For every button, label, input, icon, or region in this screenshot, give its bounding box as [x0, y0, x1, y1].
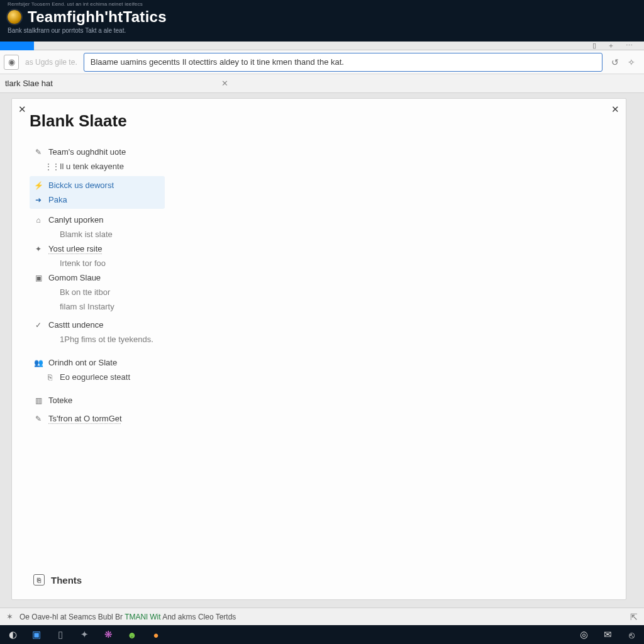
arrow-icon: ➜ — [33, 196, 43, 204]
nav-item-phg[interactable]: 1Phg fims ot tle tyekends. — [41, 332, 612, 347]
nav-item-tenk[interactable]: ⋮⋮ Il u tenk ekayente — [41, 159, 612, 174]
bookmark-icon[interactable]: ▯ — [592, 42, 596, 50]
url-bar-row: ◉ as Ugds gile te. ↺ ✧ — [0, 50, 644, 74]
copy-icon: ⎘ — [45, 373, 55, 382]
home-icon: ⌂ — [33, 216, 43, 225]
taskbar-tray3-icon[interactable]: ⎋ — [625, 628, 638, 641]
thents-section[interactable]: ⎘ Thents — [33, 574, 82, 586]
taskbar-globe-icon[interactable]: ◐ — [6, 628, 19, 641]
status-right-icon[interactable]: ⇱ — [630, 612, 638, 622]
taskbar-tray2-icon[interactable]: ✉ — [601, 628, 614, 641]
panel-close-left-icon[interactable]: ✕ — [18, 104, 26, 115]
nav-item-team-note[interactable]: ✎ Team's oughdhit uote — [30, 145, 612, 159]
nav-item-yost[interactable]: ✦ Yost urlee rsite — [30, 242, 612, 256]
menu-dots-icon[interactable]: ⋯ — [626, 42, 633, 50]
pencil-icon: ✎ — [33, 148, 43, 157]
window-menu-text: Remfsijer Toosern Eend. ust an int echim… — [8, 0, 636, 7]
work-area: ✕ ✕ Blank Slaate ✎ Team's oughdhit uote … — [0, 93, 644, 608]
edit-icon: ✎ — [33, 414, 43, 423]
active-tab-indicator — [0, 42, 34, 50]
close-tab-icon[interactable]: ✕ — [221, 79, 423, 88]
nav-item-canlyt[interactable]: ⌂ Canlyt uporken — [30, 213, 612, 227]
nav-item-irtenk[interactable]: Irtenk tor foo — [41, 256, 612, 270]
status-text: Oe Oave-hl at Seamcs Bubl Br TMANl Wit A… — [19, 613, 236, 621]
check-icon: ✓ — [33, 321, 43, 330]
nav-item-orindh[interactable]: 👥 Orindh ont or Slate — [30, 355, 612, 370]
document-tab[interactable]: tlark Slae hat — [0, 79, 62, 88]
grid-icon: ▥ — [33, 396, 43, 405]
people-icon: 👥 — [33, 358, 43, 367]
nav-item-filam[interactable]: filam sl Instarty — [41, 299, 612, 314]
taskbar-app6-icon[interactable]: ● — [150, 628, 162, 641]
nav-item-tsfron[interactable]: ✎ Ts'fron at O tormGet — [30, 411, 612, 426]
nav-item-gomom[interactable]: ▣ Gomom Slaue — [30, 270, 612, 285]
os-taskbar: ◐ ▣ ▯ ✦ ❋ ☻ ● ◎ ✉ ⎋ — [0, 625, 644, 644]
browser-tab-strip: ▯ ＋ ⋯ — [0, 42, 644, 50]
panel-close-right-icon[interactable]: ✕ — [611, 104, 619, 115]
taskbar-app3-icon[interactable]: ✦ — [78, 628, 91, 641]
url-input[interactable] — [91, 57, 596, 67]
url-hint: as Ugds gile te. — [23, 58, 80, 67]
app-titlebar: Remfsijer Toosern Eend. ust an int echim… — [0, 0, 644, 42]
document-tab-bar: tlark Slae hat ✕ — [0, 74, 644, 93]
drag-icon: ⋮⋮ — [45, 162, 55, 171]
side-nav: ✎ Team's oughdhit uote ⋮⋮ Il u tenk ekay… — [30, 145, 612, 426]
nav-item-bkon[interactable]: Bk on tte itbor — [41, 285, 612, 299]
thents-icon: ⎘ — [33, 574, 45, 586]
extension-icon[interactable]: ✧ — [628, 57, 635, 67]
nav-item-toteke[interactable]: ▥ Toteke — [30, 393, 612, 408]
nav-item-eo[interactable]: ⎘ Eo eogurlece steatt — [41, 370, 612, 384]
nav-item-casttt[interactable]: ✓ Casttt undence — [30, 318, 612, 332]
reload-icon[interactable]: ↺ — [611, 57, 619, 67]
status-bar: ✶ Oe Oave-hl at Seamcs Bubl Br TMANl Wit… — [0, 608, 644, 625]
taskbar-app4-icon[interactable]: ❋ — [102, 628, 114, 641]
sparkle-icon: ✦ — [33, 245, 43, 253]
taskbar-tray1-icon[interactable]: ◎ — [577, 628, 590, 641]
status-icon: ✶ — [6, 612, 13, 621]
thents-label: Thents — [51, 575, 82, 586]
cube-icon: ▣ — [33, 274, 43, 282]
add-tab-icon[interactable]: ＋ — [608, 41, 614, 50]
nav-item-paka[interactable]: ➜ Paka — [30, 192, 165, 207]
nav-selected-group: ⚡ Bickck us deworst ➜ Paka — [30, 176, 165, 209]
panel-title: Blank Slaate — [30, 111, 612, 131]
bolt-icon: ⚡ — [33, 181, 43, 190]
taskbar-app5-icon[interactable]: ☻ — [126, 628, 138, 641]
main-panel: ✕ ✕ Blank Slaate ✎ Team's oughdhit uote … — [11, 98, 626, 600]
nav-item-bickck[interactable]: ⚡ Bickck us deworst — [30, 178, 165, 192]
url-input-wrapper[interactable] — [84, 53, 602, 72]
app-title: Teamfighh'htTatics — [28, 8, 167, 26]
screenshot-button[interactable]: ◉ — [4, 55, 19, 70]
status-link[interactable]: TMANl Wit — [125, 613, 160, 621]
taskbar-app1-icon[interactable]: ▣ — [30, 628, 43, 641]
taskbar-app2-icon[interactable]: ▯ — [54, 628, 67, 641]
app-subtitle: Bank stalkfrarn our porrtots Takt a ale … — [8, 27, 636, 34]
nav-item-blamk[interactable]: Blamk ist slate — [41, 227, 612, 242]
app-logo-icon — [8, 10, 21, 24]
